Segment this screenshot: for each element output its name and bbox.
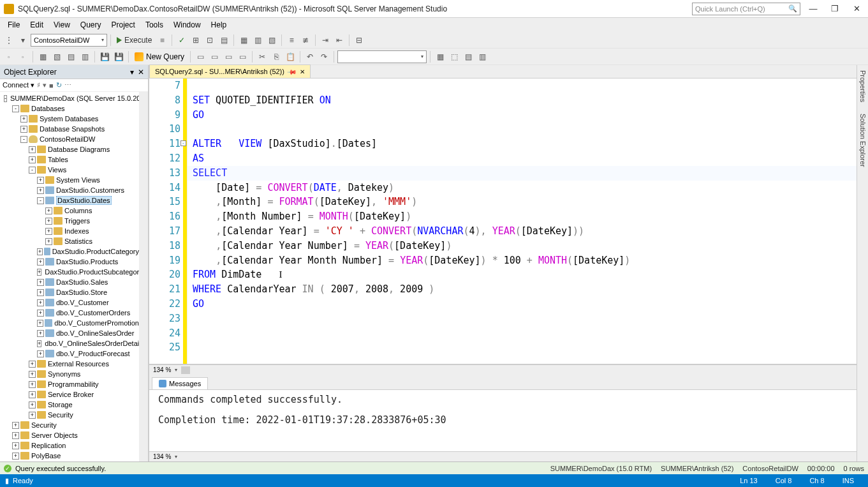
obj-explorer-icon[interactable]: ▥ — [476, 50, 489, 63]
open-file-icon[interactable]: ▭ — [194, 50, 207, 63]
pin-icon[interactable]: 📌 — [287, 66, 297, 77]
tree-node[interactable]: +Security — [1, 420, 139, 430]
menu-query[interactable]: Query — [75, 19, 107, 31]
tree-node[interactable]: +DaxStudio.Store — [1, 287, 139, 297]
tree-node[interactable]: -DaxStudio.Dates — [1, 195, 139, 206]
pin-icon[interactable]: ▾ — [130, 68, 134, 77]
editor-zoom[interactable]: 134 % — [149, 366, 175, 373]
msgzoom-dd-icon[interactable]: ▾ — [175, 454, 177, 460]
dropdown-icon[interactable]: ⋮ — [3, 34, 15, 47]
tree-node[interactable]: +Always On High Availability — [1, 461, 139, 461]
explorer-scrollbar[interactable] — [139, 92, 148, 461]
tree-node[interactable]: +DaxStudio.ProductCategory — [1, 246, 139, 257]
new-query-button[interactable]: New Query — [132, 52, 187, 61]
tree-node[interactable]: -Views — [1, 165, 139, 175]
tree-node[interactable]: +Database Snapshots — [1, 124, 139, 134]
tree-node[interactable]: -ContosoRetailDW — [1, 134, 139, 144]
back-icon[interactable]: ◦ — [3, 50, 15, 63]
tree-node[interactable]: +Programmability — [1, 379, 139, 389]
restore-button[interactable]: ❐ — [827, 4, 842, 13]
object-explorer-tree[interactable]: -SUMMER\DemoDax (SQL Server 15.0.2000.5 … — [0, 92, 139, 461]
tree-node[interactable]: -SUMMER\DemoDax (SQL Server 15.0.2000.5 … — [1, 93, 139, 103]
new-conn2-icon[interactable]: ▧ — [50, 50, 63, 63]
messages-zoom[interactable]: 134 % — [149, 453, 175, 460]
tree-node[interactable]: +Server Objects — [1, 430, 139, 440]
messages-tab[interactable]: Messages — [152, 377, 208, 389]
specify-values-icon[interactable]: ⊟ — [353, 34, 365, 47]
tab-sqlquery2[interactable]: SQLQuery2.sql - SU...MER\Antriksh (52)) … — [149, 64, 311, 78]
database-combo[interactable]: ContosoRetailDW▾ — [31, 34, 107, 47]
tree-node[interactable]: +DaxStudio.Sales — [1, 277, 139, 287]
editor-hscroll[interactable] — [177, 366, 868, 375]
dropdown2-icon[interactable]: ▾ — [17, 34, 29, 47]
tree-node[interactable]: -Databases — [1, 103, 139, 114]
actual-plan-icon[interactable]: ⊡ — [203, 34, 216, 47]
menu-view[interactable]: View — [48, 19, 75, 31]
close-button[interactable]: ✕ — [849, 4, 864, 13]
tree-node[interactable]: +dbo.V_CustomerPromotion — [1, 318, 139, 328]
tree-node[interactable]: +PolyBase — [1, 451, 139, 461]
tree-node[interactable]: +Storage — [1, 400, 139, 410]
tree-node[interactable]: +System Views — [1, 175, 139, 185]
tree-node[interactable]: +DaxStudio.ProductSubcategory — [1, 267, 139, 277]
new-conn-icon[interactable]: ▦ — [36, 50, 49, 63]
paste-icon[interactable]: 📋 — [284, 50, 297, 63]
tree-node[interactable]: +DaxStudio.Customers — [1, 185, 139, 195]
template-icon[interactable]: ▤ — [462, 50, 474, 63]
tree-node[interactable]: +Indexes — [1, 226, 139, 236]
results-text-icon[interactable]: ▥ — [251, 34, 264, 47]
tree-node[interactable]: +dbo.V_OnlineSalesOrder — [1, 328, 139, 338]
tree-node[interactable]: +Tables — [1, 154, 139, 165]
tree-node[interactable]: +dbo.V_OnlineSalesOrderDetail — [1, 338, 139, 348]
menu-edit[interactable]: Edit — [25, 19, 48, 31]
results-file-icon[interactable]: ▧ — [265, 34, 278, 47]
undo-icon[interactable]: ↶ — [304, 50, 316, 63]
indent-icon[interactable]: ⇥ — [319, 34, 332, 47]
stop-icon[interactable]: ■ — [156, 34, 168, 47]
cut-icon[interactable]: ✂ — [256, 50, 268, 63]
tree-node[interactable]: +dbo.V_ProductForecast — [1, 348, 139, 359]
tree-node[interactable]: +Statistics — [1, 236, 139, 246]
new-conn3-icon[interactable]: ▤ — [64, 50, 77, 63]
connect-button[interactable]: Connect ▾ — [3, 81, 34, 89]
new-conn4-icon[interactable]: ▥ — [78, 50, 91, 63]
tree-node[interactable]: +Security — [1, 410, 139, 420]
properties-panel-tab[interactable]: Properties — [859, 68, 867, 105]
tree-node[interactable]: +Service Broker — [1, 389, 139, 400]
stats-icon[interactable]: ▤ — [217, 34, 230, 47]
code-body[interactable]: SET QUOTED_IDENTIFIER ONGOALTER VIEW [Da… — [188, 79, 868, 364]
parse-icon[interactable]: ✓ — [175, 34, 188, 47]
menu-help[interactable]: Help — [206, 19, 232, 31]
tree-node[interactable]: +System Databases — [1, 114, 139, 124]
refresh-icon[interactable]: ↻ — [56, 81, 62, 89]
uncomment-icon[interactable]: ≢ — [299, 34, 312, 47]
copy-icon[interactable]: ⎘ — [270, 50, 283, 63]
filter2-icon[interactable]: ▾ — [43, 81, 47, 89]
code-editor[interactable]: 78910111213141516171819202122232425- SET… — [149, 79, 868, 364]
tree-node[interactable]: +Replication — [1, 440, 139, 451]
minimize-button[interactable]: — — [805, 4, 821, 13]
tree-node[interactable]: +DaxStudio.Products — [1, 257, 139, 267]
open-file3-icon[interactable]: ▭ — [222, 50, 235, 63]
tree-node[interactable]: +Synonyms — [1, 369, 139, 379]
save-all-icon[interactable]: 💾 — [112, 50, 125, 63]
solution-explorer-panel-tab[interactable]: Solution Explorer — [859, 111, 867, 170]
open-file4-icon[interactable]: ▭ — [236, 50, 249, 63]
filter-icon[interactable]: ♯ — [37, 81, 40, 89]
execute-button[interactable]: Execute — [114, 36, 154, 45]
fwd-icon[interactable]: ◦ — [17, 50, 29, 63]
results-grid-icon[interactable]: ▦ — [237, 34, 250, 47]
find-combo[interactable]: ▾ — [337, 50, 427, 63]
quick-launch-input[interactable]: Quick Launch (Ctrl+Q) 🔍 — [692, 3, 800, 15]
menu-project[interactable]: Project — [107, 19, 140, 31]
stop-icon2[interactable]: ■ — [49, 82, 54, 89]
tree-node[interactable]: +Database Diagrams — [1, 144, 139, 154]
tab-close-icon[interactable]: ✕ — [300, 68, 305, 75]
panel-close-icon[interactable]: ✕ — [138, 68, 144, 77]
open-file2-icon[interactable]: ▭ — [208, 50, 221, 63]
messages-pane[interactable]: Commands completed successfully. Complet… — [149, 390, 868, 451]
menu-window[interactable]: Window — [168, 19, 206, 31]
activity-icon[interactable]: ⬚ — [448, 50, 460, 63]
menu-file[interactable]: File — [3, 19, 25, 31]
redo-icon[interactable]: ↷ — [318, 50, 330, 63]
